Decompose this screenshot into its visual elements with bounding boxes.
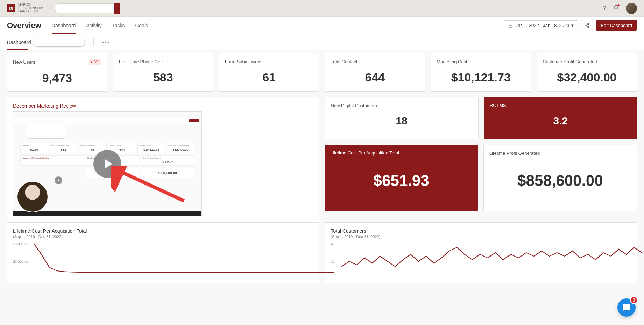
subnav: Dashboard •••: [0, 34, 644, 50]
divider: [49, 3, 49, 13]
dashboard-search[interactable]: [33, 38, 85, 47]
chart-customers-area: 40 20: [331, 242, 631, 277]
logo-text: MARION RELATIONSHIP MARKETING: [18, 3, 43, 14]
svg-point-4: [588, 23, 589, 25]
brand-logo[interactable]: m MARION RELATIONSHIP MARKETING: [7, 3, 43, 14]
page-title: Overview: [7, 21, 41, 30]
tab-activity[interactable]: Activity: [86, 17, 101, 34]
kpi-profit-generated[interactable]: Customer Profit Generated $32,400.00: [537, 53, 637, 92]
chart-cpa[interactable]: Lifetime Cost Per Acquisition Total (Sep…: [7, 222, 319, 283]
topbar-actions: ?: [603, 3, 637, 14]
tab-dashboard[interactable]: Dashboard: [52, 17, 76, 34]
nav-tabs: Dashboard Activity Tasks Goals: [52, 17, 148, 34]
tab-tasks[interactable]: Tasks: [112, 17, 125, 34]
video-thumbnail[interactable]: New Users5,279 First Time Phone Calls583…: [13, 111, 202, 216]
trend-down-badge: ▾ 8%: [89, 59, 101, 65]
divider: [93, 38, 94, 46]
edit-dashboard-button[interactable]: Edit Dashboard: [596, 20, 637, 31]
svg-point-5: [585, 25, 587, 26]
selector-toggle[interactable]: [114, 3, 120, 14]
presenter-avatar: [17, 181, 48, 212]
svg-rect-0: [509, 24, 512, 27]
more-options-icon[interactable]: •••: [102, 39, 110, 45]
kpi-phone-calls[interactable]: First Time Phone Calls 583: [113, 53, 213, 92]
kpi-lifetime-cpa[interactable]: Lifetime Cost Per Acquisition Total $651…: [325, 145, 478, 211]
kpi-row: New Users▾ 8% 9,473 First Time Phone Cal…: [7, 53, 637, 92]
svg-line-7: [586, 26, 588, 26]
svg-point-6: [588, 26, 589, 28]
help-icon[interactable]: ?: [603, 5, 606, 12]
kpi-lifetime-profit[interactable]: Lifetime Profit Generated $858,600.00: [483, 145, 637, 211]
svg-line-8: [586, 24, 588, 25]
client-selector[interactable]: [55, 3, 118, 13]
chart-customers[interactable]: Total Customers (Sep 1, 2019 - Dec 31, 2…: [325, 222, 637, 283]
topbar: m MARION RELATIONSHIP MARKETING ?: [0, 0, 644, 17]
kpi-rotms[interactable]: ROTMS 3.2: [484, 97, 637, 139]
share-button[interactable]: [581, 20, 593, 31]
kpi-new-digital-customers[interactable]: New Digital Customers 18: [325, 97, 479, 139]
kpi-form-submissions[interactable]: Form Submissions 61: [219, 53, 319, 92]
tab-goals[interactable]: Goals: [135, 17, 148, 34]
calendar-icon: [508, 23, 512, 28]
mid-row: December Marketing Review New Users5,279…: [7, 97, 637, 222]
notifications-icon[interactable]: [613, 5, 619, 12]
date-range-picker[interactable]: Dec 1, 2022 - Jan 18, 2023 ▾: [504, 20, 579, 30]
chart-cpa-area: $5,000.00 $2,500.00: [13, 242, 313, 277]
kpi-new-users[interactable]: New Users▾ 8% 9,473: [7, 53, 107, 92]
kpi-total-contacts[interactable]: Total Contacts 644: [325, 53, 425, 92]
play-icon: [93, 150, 121, 178]
video-title: December Marketing Review: [13, 103, 313, 109]
notification-dot: [617, 4, 620, 6]
logo-icon: m: [7, 4, 15, 12]
chevron-down-icon: ▾: [571, 23, 574, 28]
video-review-card: December Marketing Review New Users5,279…: [7, 97, 319, 222]
kpi-marketing-cost[interactable]: Marketing Cost $10,121.73: [431, 53, 531, 92]
navbar: Overview Dashboard Activity Tasks Goals …: [0, 17, 644, 34]
content: New Users▾ 8% 9,473 First Time Phone Cal…: [0, 50, 644, 290]
chart-row: Lifetime Cost Per Acquisition Total (Sep…: [7, 222, 637, 283]
share-icon: [585, 23, 589, 28]
user-avatar[interactable]: [626, 3, 637, 14]
date-range-label: Dec 1, 2022 - Jan 18, 2023: [515, 23, 569, 28]
subnav-tab-dashboard[interactable]: Dashboard: [7, 34, 85, 50]
